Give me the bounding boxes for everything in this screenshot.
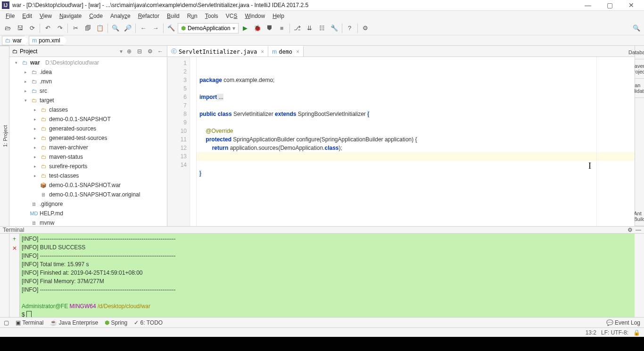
menu-code[interactable]: Code — [86, 12, 106, 20]
tab-terminal[interactable]: ▣ Terminal — [16, 319, 43, 326]
find-icon[interactable]: 🔍 — [110, 23, 121, 34]
terminal-output[interactable]: [INFO] ---------------------------------… — [20, 234, 635, 320]
forward-icon[interactable]: → — [150, 23, 161, 34]
hide-icon[interactable]: ← — [157, 48, 164, 55]
tab-project[interactable]: 1: Project — [1, 46, 9, 226]
tab-structure[interactable]: 7: Structure — [0, 46, 1, 226]
event-log[interactable]: 💬 Event Log — [606, 319, 640, 326]
tab-spring[interactable]: ⬢ Spring — [105, 319, 127, 326]
stop-icon[interactable]: ■ — [276, 23, 288, 34]
menu-vcs[interactable]: VCS — [223, 12, 240, 20]
crumb-root[interactable]: 🗀 war — [2, 36, 25, 45]
menu-tools[interactable]: Tools — [202, 12, 221, 20]
dropdown-icon: ▾ — [232, 25, 235, 32]
tab-bean[interactable]: Bean Validation — [635, 79, 644, 98]
tab-database[interactable]: Database — [635, 46, 644, 59]
locate-icon[interactable]: ⊕ — [125, 48, 133, 55]
terminal-side: + ✕ — [9, 234, 20, 320]
tab-ant[interactable]: Ant Build — [635, 207, 644, 226]
close-icon[interactable]: ✕ — [12, 245, 17, 252]
tab-maven[interactable]: Maven Projects — [635, 59, 644, 79]
separator — [289, 24, 290, 33]
project-title: Project — [20, 48, 37, 55]
close-button[interactable]: ✕ — [620, 0, 642, 10]
save-icon[interactable]: 🖫 — [14, 23, 25, 34]
cut-icon[interactable]: ✂ — [70, 23, 81, 34]
code-content[interactable]: package com.example.demo; import ... pub… — [197, 57, 635, 226]
menu-refactor[interactable]: Refactor — [135, 12, 162, 20]
folder-icon: 🗀 — [5, 37, 11, 44]
run-config-selector[interactable]: ⬢ DemoApplication ▾ — [178, 23, 239, 33]
editor-tabs: ⓒ ServletInitializer.java × m demo × — [167, 46, 635, 57]
app-icon: IJ — [2, 1, 9, 9]
menu-run[interactable]: Run — [184, 12, 200, 20]
menu-edit[interactable]: Edit — [19, 12, 35, 20]
terminal-panel: Terminal ⚙ — + ✕ [INFO] ----------------… — [0, 226, 644, 317]
vcs-icon[interactable]: ⎇ — [292, 23, 303, 34]
window-title: war - [D:\Desktop\cloud\war] - [war] - .… — [12, 2, 577, 8]
line-gutter: 123567891011121314 — [167, 57, 190, 226]
gear-icon[interactable]: ⚙ — [627, 227, 633, 233]
tab-label: ServletInitializer.java — [179, 49, 257, 55]
copy-icon[interactable]: 🗐 — [82, 23, 93, 34]
crumb-file[interactable]: m pom.xml — [29, 36, 63, 45]
terminal-title: Terminal — [3, 227, 24, 233]
project-panel: 🗀 Project ▾ ⊕ ⊟ ⚙ ← ▾🗀war D:\Desktop\clo… — [9, 46, 167, 226]
menu-analyze[interactable]: Analyze — [107, 12, 133, 20]
sync-icon[interactable]: ⟳ — [26, 23, 38, 34]
maven-icon: m — [32, 37, 37, 44]
project-tree[interactable]: ▾🗀war D:\Desktop\cloud\war ▸🗀.idea ▸🗀.mv… — [9, 57, 167, 226]
main-toolbar: 🗁 🖫 ⟳ ↶ ↷ ✂ 🗐 📋 🔍 🔎 ← → 🔨 ⬢ DemoApplicat… — [0, 21, 644, 35]
maven-icon: m — [272, 49, 277, 55]
back-icon[interactable]: ← — [138, 23, 149, 34]
close-tab-icon[interactable]: × — [296, 49, 299, 55]
dropdown-icon[interactable]: ▾ — [120, 48, 123, 55]
tab-demo[interactable]: m demo × — [268, 46, 304, 57]
settings-icon[interactable]: 🔧 — [329, 23, 340, 34]
update-icon[interactable]: ⇊ — [304, 23, 315, 34]
run-config-name: DemoApplication — [188, 25, 231, 32]
close-tab-icon[interactable]: × — [261, 49, 264, 55]
hide-icon[interactable]: — — [636, 227, 641, 233]
coverage-icon[interactable]: ⛊ — [264, 23, 275, 34]
replace-icon[interactable]: 🔎 — [122, 23, 133, 34]
maximize-button[interactable]: ▢ — [599, 0, 620, 10]
menu-window[interactable]: Window — [242, 12, 268, 20]
help-icon[interactable]: ? — [344, 23, 355, 34]
paste-icon[interactable]: 📋 — [94, 23, 106, 34]
run-icon[interactable]: ▶ — [239, 23, 251, 34]
status-bar: 13:2 LF‎: UTF-8‎: 🔒 — [0, 327, 644, 337]
text-cursor-icon: I — [588, 162, 591, 170]
tab-todo[interactable]: ✓ 6: TODO — [134, 319, 163, 326]
encoding[interactable]: LF‎: UTF-8‎: — [601, 329, 628, 336]
collapse-icon[interactable]: ⊟ — [136, 48, 143, 55]
separator — [107, 24, 108, 33]
toggle-icon[interactable]: ▢ — [4, 319, 9, 326]
menu-help[interactable]: Help — [270, 12, 287, 20]
tab-label: demo — [279, 49, 292, 55]
debug-icon[interactable]: 🐞 — [252, 23, 263, 34]
menu-view[interactable]: View — [37, 12, 55, 20]
os-taskbar — [0, 337, 644, 351]
nav-bar: 🗀 war m pom.xml — [0, 35, 644, 46]
tab-javaee[interactable]: ☕ Java Enterprise — [50, 319, 98, 326]
search-everywhere-icon[interactable]: 🔍 — [631, 23, 642, 34]
project-panel-header: 🗀 Project ▾ ⊕ ⊟ ⚙ ← — [9, 46, 167, 57]
tab-servlet[interactable]: ⓒ ServletInitializer.java × — [167, 46, 268, 57]
menu-build[interactable]: Build — [164, 12, 182, 20]
gear-icon[interactable]: ⚙ — [146, 48, 154, 55]
code-editor[interactable]: 123567891011121314 package com.example.d… — [167, 57, 635, 226]
add-icon[interactable]: + — [13, 236, 16, 242]
menu-navigate[interactable]: Navigate — [57, 12, 84, 20]
undo-icon[interactable]: ↶ — [42, 23, 53, 34]
structure-icon[interactable]: ☷ — [316, 23, 328, 34]
menu-file[interactable]: File — [3, 12, 17, 20]
jrebel-icon[interactable]: ⚙ — [360, 23, 371, 34]
minimize-button[interactable]: — — [577, 0, 599, 10]
redo-icon[interactable]: ↷ — [54, 23, 66, 34]
open-icon[interactable]: 🗁 — [2, 23, 13, 34]
main-area: 1: Project 7: Structure 2: Favorites Web… — [0, 46, 644, 226]
separator — [135, 24, 136, 33]
lock-icon[interactable]: 🔒 — [633, 329, 640, 336]
build-icon[interactable]: 🔨 — [165, 23, 177, 34]
